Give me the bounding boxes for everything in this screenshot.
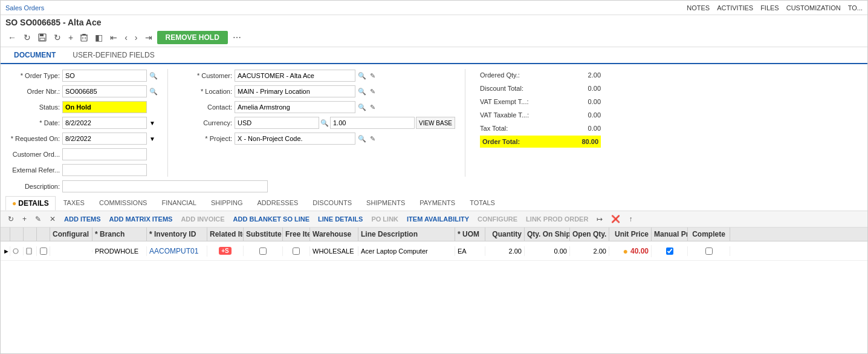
project-edit-icon[interactable]: ✎	[370, 135, 375, 143]
contact-edit-icon[interactable]: ✎	[370, 103, 375, 111]
tab-shipments[interactable]: SHIPMENTS	[360, 196, 412, 211]
add-invoice-button[interactable]: ADD INVOICE	[178, 214, 227, 224]
customer-input[interactable]	[235, 70, 355, 82]
order-type-input[interactable]	[62, 70, 147, 82]
notes-link[interactable]: NOTES	[687, 4, 710, 11]
tab-financial[interactable]: FINANCIAL	[155, 196, 202, 211]
tab-addresses[interactable]: ADDRESSES	[250, 196, 305, 211]
free-item-checkbox[interactable]	[293, 247, 300, 255]
row-uom: EA	[455, 246, 485, 256]
configure-button[interactable]: CONFIGURE	[475, 214, 520, 224]
fit-columns-button[interactable]: ↦	[594, 214, 605, 225]
inventory-id-link[interactable]: AACOMPUT01	[149, 247, 198, 255]
tab-payments[interactable]: PAYMENTS	[413, 196, 462, 211]
order-nbr-input[interactable]	[62, 85, 147, 97]
manual-price-checkbox[interactable]	[666, 247, 673, 255]
add-row-button[interactable]: +	[20, 214, 29, 225]
remove-hold-button[interactable]: REMOVE HOLD	[157, 31, 228, 44]
row-manual-price[interactable]	[652, 246, 688, 256]
project-search-icon[interactable]: 🔍	[358, 135, 366, 143]
add-items-button[interactable]: ADD ITEMS	[62, 214, 103, 224]
back-button[interactable]: ←	[5, 31, 19, 44]
project-input[interactable]	[235, 133, 355, 145]
add-blanket-so-line-button[interactable]: ADD BLANKET SO LINE	[231, 214, 313, 224]
tools-link[interactable]: TO...	[848, 4, 863, 11]
undo-button[interactable]: ↻	[21, 31, 33, 44]
customer-search-icon[interactable]: 🔍	[358, 72, 366, 80]
date-dropdown-icon[interactable]: ▼	[149, 120, 155, 126]
row-substitute[interactable]	[244, 246, 283, 256]
customer-edit-icon[interactable]: ✎	[370, 72, 375, 80]
order-type-search-icon[interactable]: 🔍	[149, 72, 158, 80]
date-input[interactable]	[62, 117, 147, 129]
prev-button[interactable]: ‹	[122, 31, 130, 44]
row-free-item[interactable]	[283, 246, 310, 256]
refresh-button[interactable]: ↻	[51, 31, 63, 44]
currency-rate-input[interactable]	[330, 117, 415, 129]
files-link[interactable]: FILES	[760, 4, 779, 11]
save-button[interactable]	[36, 32, 49, 43]
col-substitute: Substitute Required	[244, 228, 283, 241]
location-input[interactable]	[235, 85, 355, 97]
edit-row-button[interactable]: ✎	[33, 214, 44, 225]
copy-button[interactable]: ◧	[92, 31, 105, 44]
description-input[interactable]	[62, 180, 268, 192]
add-matrix-items-button[interactable]: ADD MATRIX ITEMS	[107, 214, 175, 224]
currency-input[interactable]	[235, 117, 319, 129]
contact-input[interactable]	[235, 101, 355, 113]
order-nbr-search-icon[interactable]: 🔍	[149, 88, 158, 96]
delete-button[interactable]	[78, 32, 90, 43]
refresh-grid-button[interactable]: ↻	[5, 214, 16, 225]
po-link-button[interactable]: PO LINK	[369, 214, 401, 224]
status-input[interactable]	[62, 101, 147, 113]
activities-link[interactable]: ACTIVITIES	[717, 4, 753, 11]
breadcrumb[interactable]: Sales Orders	[5, 4, 44, 11]
row-checkbox[interactable]	[37, 246, 50, 256]
first-button[interactable]: ⇤	[108, 31, 120, 44]
unit-price-value: 40.00	[630, 247, 649, 255]
tab-taxes[interactable]: TAXES	[57, 196, 91, 211]
tab-discounts[interactable]: DISCOUNTS	[306, 196, 358, 211]
row-expand[interactable]: ►	[1, 246, 10, 256]
requested-on-input[interactable]	[62, 133, 147, 145]
more-button[interactable]: ⋯	[230, 31, 244, 44]
row-pin-icon[interactable]	[10, 247, 24, 255]
col-free-item: Free Item	[283, 228, 310, 241]
col-related-items: Related Items	[207, 228, 244, 241]
customer-ord-input[interactable]	[62, 148, 147, 160]
external-refer-input[interactable]	[62, 164, 147, 176]
tab-details[interactable]: ●DETAILS	[5, 196, 56, 211]
discount-total-value: 0.00	[565, 85, 601, 92]
complete-checkbox[interactable]	[705, 247, 713, 255]
tab-document[interactable]: DOCUMENT	[5, 47, 64, 64]
row-related-items[interactable]: +S	[207, 246, 244, 256]
view-base-button[interactable]: VIEW BASE	[416, 117, 455, 129]
delete-row-button[interactable]: ✕	[47, 214, 58, 225]
add-button[interactable]: +	[66, 31, 76, 44]
row-line-description: Acer Laptop Computer	[358, 246, 455, 256]
tab-totals[interactable]: TOTALS	[463, 196, 502, 211]
tab-user-defined[interactable]: USER-DEFINED FIELDS	[64, 47, 163, 64]
row-select-checkbox[interactable]	[40, 247, 47, 255]
vat-taxable-label: VAT Taxable T...:	[480, 111, 529, 119]
tab-shipping[interactable]: SHIPPING	[204, 196, 250, 211]
link-prod-order-button[interactable]: LINK PROD ORDER	[523, 214, 591, 224]
export-button[interactable]: ❌	[609, 214, 623, 225]
currency-search-icon[interactable]: 🔍	[320, 119, 329, 127]
contact-search-icon[interactable]: 🔍	[358, 103, 366, 111]
row-complete[interactable]	[688, 246, 730, 256]
location-edit-icon[interactable]: ✎	[370, 88, 375, 96]
next-button[interactable]: ›	[132, 31, 140, 44]
last-button[interactable]: ⇥	[143, 31, 155, 44]
row-inventory-id[interactable]: AACOMPUT01	[147, 246, 207, 257]
substitute-checkbox[interactable]	[259, 247, 267, 255]
upload-button[interactable]: ↑	[626, 214, 635, 225]
related-items-badge[interactable]: +S	[219, 247, 232, 255]
requested-on-dropdown-icon[interactable]: ▼	[149, 136, 155, 142]
tab-commissions[interactable]: COMMISSIONS	[92, 196, 154, 211]
item-availability-button[interactable]: ITEM AVAILABILITY	[404, 214, 471, 224]
location-search-icon[interactable]: 🔍	[358, 88, 366, 96]
customization-link[interactable]: CUSTOMIZATION	[786, 4, 841, 11]
line-details-button[interactable]: LINE DETAILS	[316, 214, 365, 224]
row-doc-icon[interactable]	[24, 246, 37, 256]
